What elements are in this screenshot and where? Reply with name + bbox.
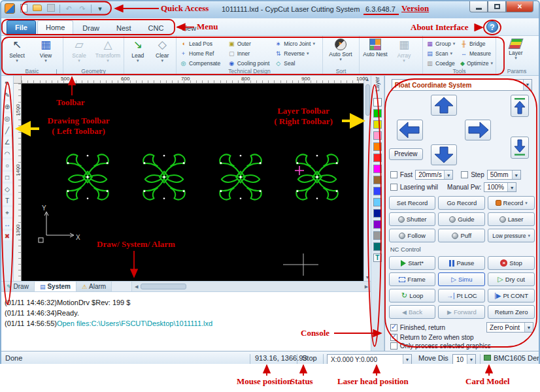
layer-color-swatch[interactable] (373, 242, 382, 251)
shutter-button[interactable]: Shutter (389, 212, 436, 226)
forward-button[interactable]: ▶Forward (438, 305, 485, 319)
simu-button[interactable]: ▷Simu (438, 272, 485, 286)
fast-speed-select[interactable]: 20mm/s▼ (415, 170, 453, 180)
select-tool-icon[interactable]: ↖ (3, 78, 12, 88)
view-button[interactable]: ▦ View ▾ (31, 37, 60, 67)
layer-color-swatch[interactable] (373, 231, 382, 240)
zero-point-select[interactable]: Zero Point▼ (486, 322, 533, 333)
move-dis-select[interactable]: 10 ▼ (452, 354, 476, 364)
app-logo-icon[interactable] (5, 3, 15, 14)
go-record-button[interactable]: Go Record (438, 196, 485, 210)
maximize-button[interactable] (488, 1, 506, 12)
low-pressure-button[interactable]: Low pressure▾ (488, 229, 535, 242)
tab-home[interactable]: Home (37, 20, 73, 35)
jog-right-button[interactable] (465, 120, 491, 140)
pt-loc-button[interactable]: →|Pt LOC (438, 289, 485, 302)
set-record-button[interactable]: Set Record (389, 196, 436, 210)
vertical-scrollbar[interactable]: ▲ ▼ (363, 76, 371, 281)
layer-color-swatch[interactable] (373, 154, 382, 162)
step-size-select[interactable]: 50mm▼ (487, 170, 521, 180)
console-log[interactable]: (01/11 14:46:32)MotionDrv $Rev: 199 $ (0… (1, 291, 371, 351)
auto-sort-button[interactable]: Auto Sort ▾ (324, 37, 357, 67)
measure-tool-icon[interactable]: ↔ (3, 219, 12, 229)
start-button[interactable]: Start* (389, 256, 436, 270)
layer-color-swatch[interactable] (373, 176, 382, 184)
rect-tool-icon[interactable]: □ (3, 172, 12, 182)
outer-button[interactable]: ▣Outer (226, 39, 273, 48)
jog-down-button[interactable] (431, 144, 457, 165)
tab-cnc[interactable]: CNC (141, 22, 172, 35)
cooling-point-button[interactable]: ◉Cooling point (226, 59, 273, 68)
layer-button[interactable]: Layer ▾ (498, 37, 534, 67)
pause-button[interactable]: Pause (438, 256, 485, 270)
save-file-icon[interactable] (46, 4, 56, 14)
tab-draw[interactable]: Draw (75, 22, 107, 35)
tab-nest[interactable]: Nest (109, 22, 139, 35)
preview-button[interactable]: Preview (389, 148, 423, 160)
micro-joint-button[interactable]: ∗Micro Joint▾ (273, 39, 321, 48)
scrollbar-thumb[interactable] (365, 84, 370, 116)
scrollbar-thumb[interactable] (141, 284, 186, 289)
stop-button[interactable]: ×Stop (488, 256, 535, 270)
log-file-link[interactable]: Open files:C:\Users\FSCUT\Desktop\101111… (57, 319, 212, 327)
return-to-zero-checkbox[interactable] (390, 334, 397, 341)
lead-button[interactable]: ↘ Lead ▾ (126, 37, 150, 67)
inner-button[interactable]: ▢Inner (226, 49, 273, 58)
finished-return-checkbox[interactable] (390, 324, 397, 331)
layer-color-swatch[interactable] (373, 187, 382, 195)
guide-button[interactable]: Guide (438, 212, 485, 226)
text-tool-icon[interactable]: T (3, 195, 12, 205)
layer-color-swatch[interactable] (373, 109, 382, 118)
scale-button[interactable]: ▱ Scale ▾ (65, 37, 93, 67)
frame-button[interactable]: Frame (389, 272, 436, 286)
return-zero-button[interactable]: Return Zero (488, 305, 535, 319)
transform-button[interactable]: △ Transform ▾ (93, 37, 122, 67)
auto-nest-button[interactable]: Auto Nest (361, 37, 390, 67)
scan-button[interactable]: ▤Scan▾ (424, 49, 458, 58)
optimize-button[interactable]: ◆Optimize▾ (458, 59, 494, 68)
jog-up-button[interactable] (431, 95, 457, 116)
compensate-button[interactable]: ◎Compensate (178, 59, 226, 68)
tab-file[interactable]: File (7, 20, 36, 35)
point-tool-icon[interactable]: ⌖ (3, 207, 12, 217)
select-button[interactable]: ↖ Select ▾ (3, 37, 31, 67)
focus-up-button[interactable] (511, 95, 529, 117)
polygon-tool-icon[interactable]: ◇ (3, 184, 12, 193)
node-edit-tool-icon[interactable]: ✎ (3, 90, 12, 99)
laser-head-position-select[interactable]: X:0.000 Y:0.000 ▼ (327, 354, 412, 364)
manual-pw-select[interactable]: 100%▼ (484, 182, 516, 192)
scroll-right-icon[interactable]: ▶ (362, 284, 371, 289)
layer-color-swatch[interactable] (373, 98, 382, 106)
step-checkbox[interactable] (461, 171, 468, 178)
seal-button[interactable]: ◇Seal (273, 59, 321, 68)
tab-alarm-log[interactable]: ⚠ Alarm (76, 282, 112, 291)
undo-icon[interactable]: ↶ (63, 4, 74, 14)
close-button[interactable]: × (506, 1, 533, 12)
line-tool-icon[interactable]: ╱ (3, 125, 12, 135)
quick-access-dropdown-icon[interactable]: ▾ (95, 4, 105, 14)
layer-color-swatch[interactable] (373, 165, 382, 173)
lasering-checkbox[interactable] (390, 184, 397, 191)
redo-icon[interactable]: ↷ (77, 4, 88, 14)
dry-cut-button[interactable]: ▷Dry cut (488, 272, 535, 286)
coordinate-system-select[interactable]: Float Coordinate System ▼ (392, 79, 532, 91)
horizontal-scrollbar[interactable]: ◀ ▶ (131, 282, 371, 291)
follow-button[interactable]: Follow (389, 229, 436, 242)
layer-color-swatch[interactable] (373, 120, 382, 129)
zoom-tool-icon[interactable]: ◎ (3, 113, 12, 123)
circle-tool-icon[interactable]: ○ (3, 160, 12, 170)
back-button[interactable]: ◀Back (389, 305, 436, 319)
fast-checkbox[interactable] (390, 171, 397, 178)
home-ref-button[interactable]: +Home Ref (178, 49, 226, 58)
layer-text-tile[interactable]: T (373, 253, 382, 262)
bridge-button[interactable]: ╫Bridge (458, 39, 494, 48)
puff-button[interactable]: Puff (438, 229, 485, 242)
tab-draw-log[interactable]: ✎ Draw (1, 282, 35, 291)
tab-system-log[interactable]: ▤ System (35, 282, 76, 291)
layer-color-swatch[interactable] (373, 209, 382, 218)
pt-cont-button[interactable]: |▶Pt CONT (488, 289, 535, 302)
help-button[interactable]: ? (486, 21, 498, 33)
loop-button[interactable]: ↻Loop (389, 289, 436, 302)
lead-pos-button[interactable]: ◖Lead Pos (178, 39, 226, 48)
scroll-down-icon[interactable]: ▼ (365, 274, 370, 281)
